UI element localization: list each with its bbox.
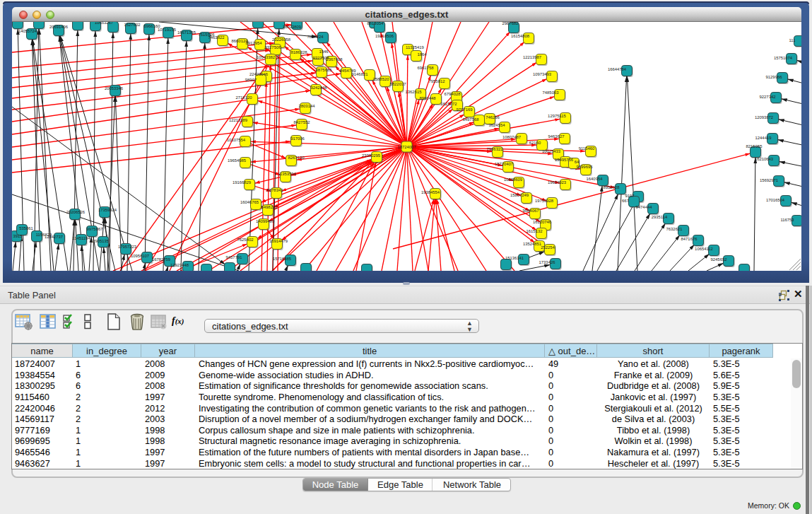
svg-text:10807487: 10807487 — [502, 135, 521, 139]
svg-text:3915: 3915 — [13, 234, 23, 238]
svg-text:10653267: 10653267 — [95, 22, 113, 25]
svg-text:2588520: 2588520 — [373, 77, 390, 81]
svg-text:15716485: 15716485 — [273, 257, 292, 261]
svg-text:10543382: 10543382 — [257, 55, 275, 59]
svg-text:3624554: 3624554 — [489, 123, 506, 127]
svg-text:19218506: 19218506 — [375, 34, 394, 38]
svg-text:10973493: 10973493 — [533, 72, 552, 76]
svg-text:11325419: 11325419 — [406, 45, 424, 49]
svg-text:19166829: 19166829 — [233, 180, 251, 185]
svg-text:11353594: 11353594 — [278, 172, 296, 176]
svg-text:15751074: 15751074 — [774, 56, 793, 60]
svg-text:12923448: 12923448 — [170, 263, 189, 267]
svg-text:12093872: 12093872 — [755, 115, 773, 119]
svg-text:10719155: 10719155 — [158, 28, 177, 32]
svg-text:6794028: 6794028 — [445, 92, 461, 96]
svg-text:9699695: 9699695 — [577, 165, 594, 169]
svg-text:8990448: 8990448 — [420, 96, 437, 100]
svg-text:12905135: 12905135 — [90, 239, 110, 243]
svg-text:9242848: 9242848 — [311, 86, 328, 90]
svg-text:8878342: 8878342 — [267, 188, 283, 192]
svg-text:15720407: 15720407 — [495, 162, 513, 166]
svg-text:20691406: 20691406 — [49, 25, 69, 29]
svg-text:20206526: 20206526 — [66, 210, 86, 214]
svg-text:1733426: 1733426 — [539, 260, 556, 264]
svg-text:10958107: 10958107 — [131, 254, 149, 258]
svg-text:22420046: 22420046 — [249, 72, 269, 76]
svg-text:16210643: 16210643 — [755, 157, 774, 161]
svg-text:19384554: 19384554 — [421, 190, 440, 194]
svg-text:16033809: 16033809 — [283, 25, 301, 29]
svg-text:9463627: 9463627 — [548, 134, 565, 139]
svg-text:15692971: 15692971 — [760, 178, 778, 182]
svg-text:6961758: 6961758 — [418, 66, 435, 70]
svg-text:17957223: 17957223 — [118, 245, 137, 249]
svg-text:14099489: 14099489 — [256, 219, 274, 223]
svg-text:64: 64 — [575, 160, 579, 164]
svg-text:8471676: 8471676 — [681, 237, 698, 241]
svg-text:9197: 9197 — [625, 194, 634, 198]
svg-text:16644784: 16644784 — [608, 67, 627, 71]
svg-text:12975115: 12975115 — [548, 114, 566, 118]
svg-text:19756928: 19756928 — [535, 199, 554, 203]
svg-text:2803144: 2803144 — [299, 104, 316, 108]
svg-text:6497568: 6497568 — [463, 117, 480, 122]
svg-text:19654923: 19654923 — [548, 180, 567, 185]
svg-text:667: 667 — [622, 199, 629, 203]
svg-text:7625402: 7625402 — [237, 238, 254, 242]
svg-text:16120746: 16120746 — [533, 220, 552, 224]
svg-text:15495756: 15495756 — [555, 158, 574, 162]
svg-text:8267130: 8267130 — [288, 156, 305, 160]
svg-text:18724007: 18724007 — [397, 145, 416, 149]
svg-text:10107554: 10107554 — [227, 138, 246, 142]
svg-text:15136141: 15136141 — [505, 256, 524, 260]
svg-text:917006: 917006 — [290, 136, 305, 141]
svg-text:9327506: 9327506 — [265, 45, 282, 49]
svg-text:8186328: 8186328 — [291, 50, 308, 54]
svg-text:2935114: 2935114 — [652, 215, 668, 219]
svg-text:1362615: 1362615 — [406, 90, 423, 94]
svg-text:7857224: 7857224 — [307, 35, 324, 39]
svg-text:1527602: 1527602 — [124, 23, 141, 27]
svg-text:12213389: 12213389 — [229, 118, 247, 122]
svg-text:5498222: 5498222 — [261, 205, 278, 209]
svg-text:111: 111 — [789, 38, 796, 42]
svg-text:3875685: 3875685 — [316, 68, 333, 72]
svg-text:7463822: 7463822 — [208, 35, 225, 40]
svg-text:1621072: 1621072 — [441, 102, 457, 106]
svg-text:2987682: 2987682 — [502, 22, 519, 25]
svg-text:9084067: 9084067 — [523, 209, 539, 213]
svg-text:16914479: 16914479 — [269, 239, 288, 243]
svg-text:23300295: 23300295 — [362, 153, 381, 158]
svg-text:535061: 535061 — [19, 226, 33, 230]
svg-text:9115460: 9115460 — [579, 146, 595, 151]
svg-text:116753: 116753 — [780, 218, 794, 222]
svg-text:19654985: 19654985 — [228, 158, 247, 163]
svg-text:14055724: 14055724 — [18, 29, 37, 33]
svg-text:20053346: 20053346 — [105, 86, 124, 90]
svg-text:16046765: 16046765 — [240, 200, 259, 204]
svg-text:8660124: 8660124 — [232, 39, 249, 43]
svg-text:10025433: 10025433 — [542, 149, 561, 153]
svg-text:9245652: 9245652 — [711, 257, 727, 262]
svg-text:11451194: 11451194 — [72, 236, 90, 240]
svg-text:7485063: 7485063 — [543, 90, 560, 95]
svg-text:7955812: 7955812 — [429, 79, 445, 83]
svg-text:7986322: 7986322 — [487, 147, 503, 151]
svg-text:1615132: 1615132 — [526, 229, 543, 233]
svg-text:17016504: 17016504 — [766, 198, 785, 202]
svg-text:12942737: 12942737 — [45, 235, 63, 239]
svg-text:8958928: 8958928 — [604, 185, 620, 189]
svg-text:1244419: 1244419 — [755, 136, 772, 140]
svg-text:5822037: 5822037 — [390, 82, 406, 86]
svg-text:2718120: 2718120 — [236, 95, 253, 100]
svg-text:23226058: 23226058 — [272, 37, 291, 42]
svg-text:9457791: 9457791 — [226, 255, 242, 259]
svg-text:252254: 252254 — [541, 245, 555, 250]
svg-text:1864: 1864 — [417, 52, 427, 57]
svg-text:9227342: 9227342 — [760, 95, 776, 99]
svg-text:8427552: 8427552 — [294, 120, 310, 124]
svg-text:9327508: 9327508 — [313, 56, 330, 60]
svg-text:8912954: 8912954 — [246, 41, 263, 45]
svg-text:13524851: 13524851 — [523, 242, 541, 246]
